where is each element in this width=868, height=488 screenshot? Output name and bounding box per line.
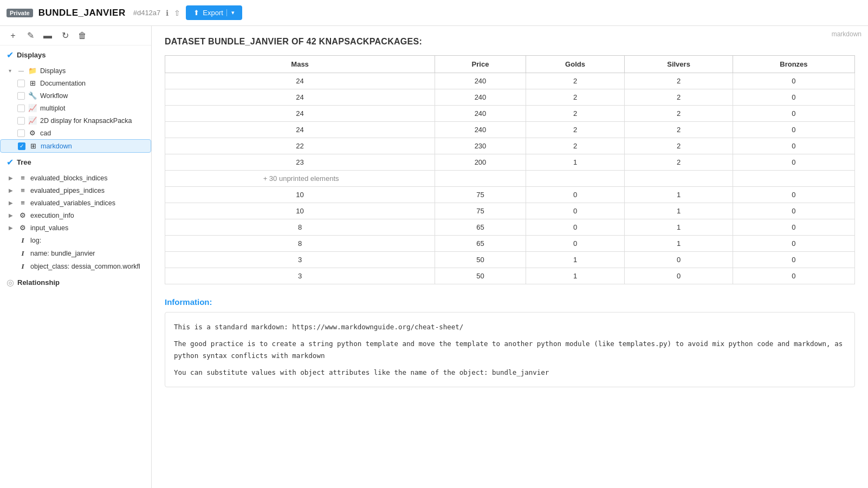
main-layout: + ✎ ▬ ↻ 🗑 ✔ Displays ▾ — 📁 Displays ⊞ Do…	[0, 26, 868, 488]
displays-check-icon: ✔	[7, 50, 14, 60]
info-paragraph: The good practice is to create a string …	[174, 338, 846, 361]
table-row: 24240220	[165, 89, 855, 106]
doc-icon: ⊞	[28, 79, 37, 87]
cad-checkbox[interactable]	[17, 129, 25, 137]
sidebar-item-2d-display[interactable]: 📈 2D display for KnapsackPacka	[0, 114, 151, 127]
input-values-label: input_values	[30, 224, 68, 232]
eval-blocks-arrow: ▶	[9, 175, 15, 181]
col-mass: Mass	[165, 56, 435, 73]
multiplot-checkbox[interactable]	[17, 105, 25, 112]
sidebar-item-object-class[interactable]: I object_class: dessia_common.workfl	[0, 260, 151, 273]
displays-section-header[interactable]: ✔ Displays	[0, 45, 151, 64]
workflow-checkbox[interactable]	[17, 92, 25, 100]
sidebar-item-cad[interactable]: ⚙ cad	[0, 127, 151, 139]
info-paragraph: This is a standard markdown: https://www…	[174, 321, 846, 333]
eval-pipes-arrow: ▶	[9, 187, 15, 193]
workflow-icon: 🔧	[28, 92, 37, 100]
info-section: Information: This is a standard markdown…	[165, 297, 855, 387]
eval-blocks-icon: ≡	[18, 174, 27, 182]
markdown-checkbox[interactable]: ✓	[18, 142, 25, 150]
tree-check-icon: ✔	[7, 157, 14, 167]
tree-section-label: Tree	[17, 158, 31, 166]
sidebar-item-evaluated-blocks[interactable]: ▶ ≡ evaluated_blocks_indices	[0, 172, 151, 184]
table-row: 350100	[165, 268, 855, 284]
folder-icon: 📁	[28, 67, 37, 75]
eval-vars-icon: ≡	[18, 199, 27, 207]
displays-root-label: Displays	[40, 67, 66, 75]
add-icon[interactable]: +	[7, 31, 20, 41]
table-row: 24240220	[165, 106, 855, 122]
sidebar-toolbar: + ✎ ▬ ↻ 🗑	[0, 26, 151, 45]
sidebar-item-workflow[interactable]: 🔧 Workflow	[0, 89, 151, 102]
2d-icon: 📈	[28, 116, 37, 125]
sidebar-item-log[interactable]: I log:	[0, 234, 151, 247]
sidebar: + ✎ ▬ ↻ 🗑 ✔ Displays ▾ — 📁 Displays ⊞ Do…	[0, 26, 152, 488]
collapse-icon: —	[18, 68, 25, 74]
table-row: 24240220	[165, 73, 855, 89]
2d-checkbox[interactable]	[17, 117, 25, 125]
cad-label: cad	[40, 129, 51, 137]
table-row: 1075010	[165, 187, 855, 203]
exec-info-icon: ⚙	[18, 211, 27, 219]
col-price: Price	[435, 56, 526, 73]
sidebar-item-input-values[interactable]: ▶ ⚙ input_values	[0, 222, 151, 234]
export-chevron: ▾	[226, 9, 235, 16]
displays-section-label: Displays	[17, 51, 46, 59]
delete-icon[interactable]: 🗑	[76, 31, 89, 41]
data-table: Mass Price Golds Silvers Bronzes 2424022…	[165, 55, 855, 284]
edit-icon[interactable]: ✎	[24, 30, 37, 41]
bundle-name: BUNDLE_JANVIER	[38, 8, 126, 18]
eval-pipes-label: evaluated_pipes_indices	[30, 187, 105, 194]
tab-label: markdown	[832, 30, 861, 38]
relationship-section-label: Relationship	[17, 278, 60, 287]
multiplot-icon: 📈	[28, 104, 37, 112]
input-values-arrow: ▶	[9, 225, 15, 231]
sidebar-item-displays-root[interactable]: ▾ — 📁 Displays	[0, 64, 151, 77]
refresh-icon[interactable]: ↻	[59, 30, 72, 41]
info-icon[interactable]: ℹ	[166, 9, 169, 17]
info-paragraph: You can substitute values with object at…	[174, 367, 846, 378]
col-silvers: Silvers	[625, 56, 733, 73]
tree-section-header[interactable]: ✔ Tree	[0, 153, 151, 172]
sidebar-item-execution-info[interactable]: ▶ ⚙ execution_info	[0, 209, 151, 222]
export-button[interactable]: ⬆ Export ▾	[186, 5, 242, 20]
relationship-pending-icon: ◎	[7, 277, 14, 288]
eval-vars-arrow: ▶	[9, 200, 15, 206]
object-class-label: object_class: dessia_common.workfl	[30, 263, 140, 270]
block-icon[interactable]: ▬	[41, 31, 54, 41]
workflow-label: Workflow	[40, 92, 68, 100]
info-box: This is a standard markdown: https://www…	[165, 312, 855, 387]
info-title: Information:	[165, 297, 855, 307]
exec-info-arrow: ▶	[9, 212, 15, 218]
sidebar-item-evaluated-pipes[interactable]: ▶ ≡ evaluated_pipes_indices	[0, 184, 151, 197]
content-area: markdown DATASET BUNDLE_JANVIER OF 42 KN…	[152, 26, 868, 488]
markdown-label: markdown	[41, 142, 72, 150]
col-golds: Golds	[526, 56, 624, 73]
doc-label: Documentation	[40, 80, 86, 87]
unprinted-row: + 30 unprinted elements	[165, 171, 855, 187]
sidebar-item-evaluated-vars[interactable]: ▶ ≡ evaluated_variables_indices	[0, 197, 151, 209]
topbar: Private BUNDLE_JANVIER #d412a7 ℹ ⇧ ⬆ Exp…	[0, 0, 868, 26]
table-row: 350100	[165, 252, 855, 268]
private-badge: Private	[7, 9, 33, 17]
cad-icon: ⚙	[28, 129, 37, 137]
bundle-id: #d412a7	[133, 9, 161, 17]
sidebar-item-multiplot[interactable]: 📈 multiplot	[0, 102, 151, 114]
table-row: 24240220	[165, 122, 855, 138]
name-icon: I	[18, 249, 27, 258]
table-row: 865010	[165, 219, 855, 236]
table-row: 22230220	[165, 138, 855, 154]
sidebar-item-documentation[interactable]: ⊞ Documentation	[0, 77, 151, 89]
sidebar-item-name[interactable]: I name: bundle_janvier	[0, 247, 151, 260]
markdown-icon: ⊞	[29, 142, 37, 150]
relationship-section-header[interactable]: ◎ Relationship	[0, 273, 151, 292]
share-icon[interactable]: ⇧	[174, 9, 180, 17]
doc-checkbox[interactable]	[17, 80, 25, 87]
table-row: 23200120	[165, 154, 855, 171]
sidebar-item-markdown[interactable]: ✓ ⊞ markdown	[0, 139, 151, 153]
page-title: DATASET BUNDLE_JANVIER OF 42 KNAPSACKPAC…	[165, 37, 855, 47]
object-class-icon: I	[18, 262, 27, 271]
eval-blocks-label: evaluated_blocks_indices	[30, 174, 107, 182]
log-icon: I	[18, 236, 27, 245]
2d-label: 2D display for KnapsackPacka	[40, 117, 132, 125]
